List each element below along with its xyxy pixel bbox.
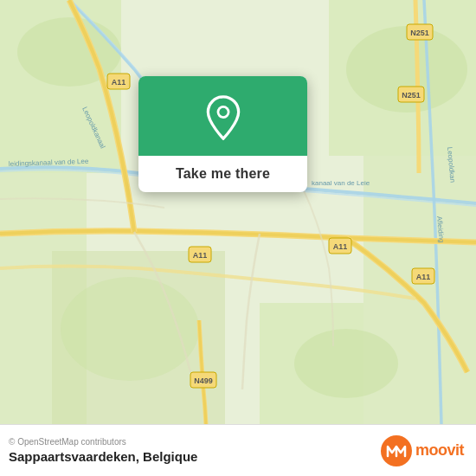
svg-point-7 — [17, 17, 121, 87]
moovit-logo: moovit — [381, 435, 464, 466]
moovit-icon — [381, 435, 412, 466]
svg-text:A11: A11 — [333, 242, 348, 251]
copyright-text: © OpenStreetMap contributors — [9, 437, 197, 447]
location-pin-icon — [204, 95, 242, 140]
svg-text:N251: N251 — [410, 29, 429, 37]
popup-text-area[interactable]: Take me there — [138, 156, 307, 192]
svg-point-31 — [219, 108, 227, 116]
svg-text:A11: A11 — [112, 78, 126, 87]
location-name: Sappaartsvaardeken, Belgique — [9, 449, 197, 464]
map-popup: Take me there — [138, 76, 307, 192]
svg-point-10 — [294, 329, 398, 398]
svg-text:kanaal van de Leie: kanaal van de Leie — [312, 179, 370, 187]
popup-header — [138, 76, 307, 156]
map-svg: A11 A11 A11 A11 N251 N251 N499 leidingsk… — [0, 0, 476, 424]
svg-text:A11: A11 — [193, 251, 208, 260]
map-container: A11 A11 A11 A11 N251 N251 N499 leidingsk… — [0, 0, 476, 424]
svg-text:A11: A11 — [416, 273, 431, 281]
moovit-text: moovit — [415, 441, 464, 460]
take-me-there-button[interactable]: Take me there — [176, 166, 270, 182]
svg-text:N499: N499 — [194, 376, 213, 385]
svg-text:N251: N251 — [402, 91, 421, 100]
footer-left: © OpenStreetMap contributors Sappaartsva… — [9, 437, 197, 464]
footer: © OpenStreetMap contributors Sappaartsva… — [0, 424, 476, 476]
